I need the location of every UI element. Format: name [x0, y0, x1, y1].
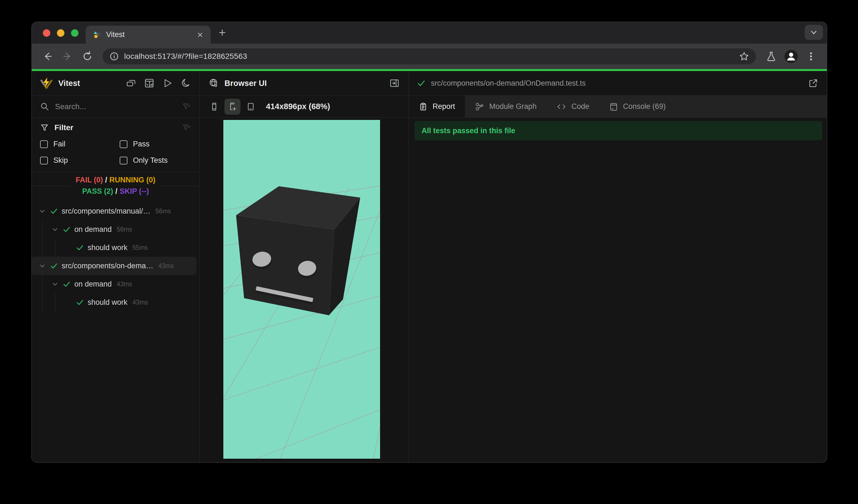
kebab-menu-icon[interactable]	[803, 51, 820, 62]
filter-checkbox-only-tests[interactable]: Only Tests	[120, 156, 191, 165]
tab-code[interactable]: Code	[546, 96, 599, 117]
back-button[interactable]	[39, 51, 56, 62]
robot-head-3d-scene	[223, 120, 380, 459]
test-summary: FAIL (0)/RUNNING (0) PASS (2)/SKIP (--)	[32, 172, 199, 199]
collapse-tests-icon[interactable]	[126, 78, 136, 88]
sidebar-header: Vitest	[32, 71, 199, 96]
test-case-row[interactable]: should work 55ms	[32, 239, 199, 257]
test-file-row[interactable]: src/components/manual/… 56ms	[32, 202, 199, 220]
fail-count: FAIL (0)	[76, 176, 103, 184]
pass-check-icon	[63, 226, 70, 233]
pass-check-icon	[76, 244, 84, 251]
experiments-flask-icon[interactable]	[763, 51, 780, 62]
vitest-logo	[40, 77, 53, 90]
close-window-button[interactable]	[43, 29, 50, 37]
chevron-down-icon[interactable]	[52, 281, 58, 287]
duration-label: 43ms	[158, 262, 174, 270]
browser-window: Vitest	[32, 22, 827, 462]
test-suite-row[interactable]: on demand 56ms	[32, 220, 199, 239]
browser-ui-header: Browser UI	[200, 71, 409, 96]
test-file-path: src/components/on-demand/OnDemand.test.t…	[431, 79, 803, 87]
browser-ui-title: Browser UI	[224, 79, 384, 88]
filter-title: Filter	[54, 123, 177, 132]
tested-app-viewport[interactable]	[223, 120, 380, 459]
running-count: RUNNING (0)	[109, 176, 156, 184]
filter-checkbox-skip[interactable]: Skip	[40, 156, 120, 165]
checkbox-box[interactable]	[40, 157, 48, 164]
maximize-window-button[interactable]	[71, 29, 79, 37]
browser-ui-panel: Browser UI	[200, 71, 409, 462]
tab-console[interactable]: Console (69)	[599, 96, 676, 117]
dark-mode-moon-icon[interactable]	[180, 78, 191, 88]
device-phone-plus-button[interactable]	[224, 99, 240, 115]
duration-label: 55ms	[132, 244, 148, 251]
reload-button[interactable]	[79, 51, 96, 62]
device-phone-button[interactable]	[206, 99, 222, 115]
checkbox-box[interactable]	[120, 140, 127, 148]
browser-toolbar: localhost:5173/#/?file=1828625563	[32, 44, 827, 69]
dashboard-icon[interactable]	[144, 78, 155, 88]
filter-checkbox-fail[interactable]: Fail	[40, 140, 120, 148]
run-all-icon[interactable]	[162, 78, 173, 88]
device-toolbar: 414x896px (68%)	[200, 96, 409, 118]
pass-check-icon	[63, 280, 70, 288]
tab-module-graph[interactable]: Module Graph	[465, 96, 546, 117]
minimize-window-button[interactable]	[57, 29, 64, 37]
search-input[interactable]	[55, 102, 177, 111]
all-tests-passed-banner: All tests passed in this file	[414, 121, 822, 140]
sidebar-actions	[126, 78, 191, 88]
chevron-down-icon[interactable]	[52, 226, 58, 233]
checkbox-box[interactable]	[120, 157, 127, 164]
vitest-favicon	[93, 31, 101, 39]
sidebar: Vitest	[32, 71, 200, 462]
filter-checkbox-pass[interactable]: Pass	[120, 140, 191, 148]
vitest-app: Vitest	[32, 71, 827, 462]
viewport-size-label: 414x896px (68%)	[266, 102, 330, 111]
bookmark-star-icon[interactable]	[739, 51, 749, 62]
app-title: Vitest	[58, 79, 80, 88]
clear-search-filter-icon[interactable]	[182, 102, 191, 111]
pass-check-icon	[76, 298, 84, 306]
tab-title: Vitest	[106, 30, 192, 39]
search-row	[32, 96, 199, 118]
report-header: src/components/on-demand/OnDemand.test.t…	[409, 71, 827, 96]
tab-strip: Vitest	[32, 22, 827, 44]
filter-funnel-icon	[40, 123, 49, 132]
file-pass-check-icon	[417, 79, 425, 87]
tab-close-icon[interactable]	[197, 32, 204, 38]
tab-report[interactable]: Report	[409, 96, 465, 117]
report-panel: src/components/on-demand/OnDemand.test.t…	[409, 71, 827, 462]
profile-avatar[interactable]	[782, 49, 800, 64]
open-panel-right-icon[interactable]	[389, 78, 400, 88]
tab-search-button[interactable]	[805, 25, 823, 40]
browser-tab[interactable]: Vitest	[86, 26, 211, 44]
test-suite-row[interactable]: on demand 43ms	[32, 275, 199, 293]
robot-head-cube	[236, 186, 360, 315]
test-tree: src/components/manual/… 56ms on demand 5…	[32, 199, 199, 311]
search-icon	[40, 102, 49, 111]
chevron-down-icon[interactable]	[39, 262, 46, 269]
new-tab-button[interactable]	[218, 28, 227, 37]
forward-button[interactable]	[59, 51, 76, 62]
url-bar[interactable]: localhost:5173/#/?file=1828625563	[102, 48, 756, 64]
traffic-lights	[43, 29, 79, 37]
pass-count: PASS (2)	[82, 187, 113, 195]
report-tabs: Report Module Graph Code	[409, 96, 827, 118]
test-case-row[interactable]: should work 43ms	[32, 293, 199, 311]
duration-label: 56ms	[155, 208, 171, 215]
chevron-down-icon[interactable]	[39, 208, 46, 214]
filter-section: Filter Fail Pass	[32, 118, 199, 172]
skip-count: SKIP (--)	[120, 187, 149, 195]
pass-check-icon	[50, 262, 58, 270]
globe-icon	[208, 78, 219, 88]
checkbox-box[interactable]	[40, 140, 48, 148]
device-tablet-button[interactable]	[243, 99, 259, 115]
filter-clear-icon[interactable]	[182, 123, 191, 132]
test-file-row-selected[interactable]: src/components/on-dema… 43ms	[32, 257, 196, 275]
filter-options: Fail Pass Skip Only Tests	[40, 140, 191, 165]
open-external-icon[interactable]	[808, 78, 819, 88]
duration-label: 56ms	[117, 226, 132, 233]
site-info-icon[interactable]	[109, 51, 119, 61]
preview-stage	[200, 118, 409, 462]
duration-label: 43ms	[132, 299, 148, 306]
